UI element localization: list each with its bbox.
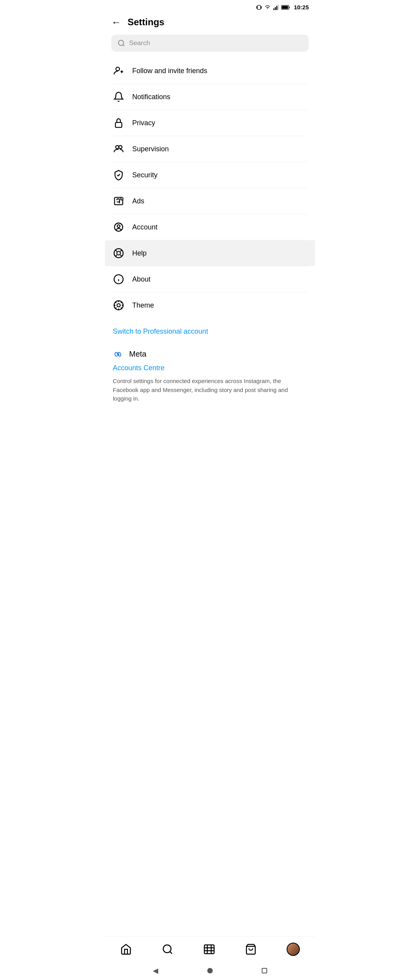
professional-link-container: Switch to Professional account [105, 318, 315, 340]
search-icon [117, 39, 125, 47]
settings-item-label: Theme [132, 301, 154, 310]
settings-item-about[interactable]: About [105, 266, 315, 292]
settings-item-theme[interactable]: Theme [105, 292, 315, 318]
settings-list: Follow and invite friends Notifications … [105, 58, 315, 318]
search-bar[interactable]: Search [111, 35, 309, 52]
svg-rect-4 [275, 7, 276, 10]
settings-item-label: Account [132, 223, 158, 231]
meta-logo-text: Meta [129, 350, 146, 359]
svg-rect-0 [256, 6, 257, 9]
settings-item-privacy[interactable]: Privacy [105, 110, 315, 136]
settings-item-ads[interactable]: Ads [105, 188, 315, 214]
follow-icon [113, 65, 124, 77]
settings-item-help[interactable]: Help [105, 240, 315, 266]
svg-point-16 [117, 225, 120, 228]
shield-icon [113, 169, 124, 181]
svg-point-27 [117, 304, 120, 307]
svg-point-10 [116, 67, 119, 71]
status-bar: 10:25 [105, 0, 315, 13]
info-icon [113, 273, 124, 285]
meta-section: Meta Accounts Centre Control settings fo… [105, 340, 315, 411]
settings-item-account[interactable]: Account [105, 214, 315, 240]
svg-rect-11 [116, 122, 122, 128]
settings-item-label: Supervision [132, 145, 169, 153]
lock-icon [113, 117, 124, 129]
settings-item-supervision[interactable]: Supervision [105, 136, 315, 162]
settings-item-label: Security [132, 171, 158, 179]
help-icon [113, 247, 124, 259]
meta-description: Control settings for connected experienc… [113, 377, 307, 403]
svg-line-19 [116, 250, 117, 252]
svg-rect-3 [273, 8, 274, 10]
svg-rect-6 [278, 4, 279, 10]
settings-item-security[interactable]: Security [105, 162, 315, 188]
svg-rect-5 [276, 6, 277, 10]
accounts-centre-link[interactable]: Accounts Centre [113, 364, 307, 372]
svg-point-12 [116, 145, 119, 149]
status-icons: 10:25 [256, 4, 309, 10]
settings-item-label: Follow and invite friends [132, 67, 207, 75]
meta-logo-row: Meta [113, 350, 307, 359]
svg-rect-8 [282, 6, 288, 9]
ads-icon [113, 195, 124, 207]
professional-link[interactable]: Switch to Professional account [113, 327, 208, 335]
settings-item-label: About [132, 275, 150, 284]
svg-point-13 [119, 145, 122, 149]
svg-line-21 [120, 250, 122, 252]
search-container: Search [105, 35, 315, 58]
svg-line-20 [120, 255, 122, 256]
settings-item-label: Notifications [132, 93, 170, 101]
svg-point-18 [117, 251, 120, 255]
bell-icon [113, 91, 124, 103]
svg-line-22 [116, 255, 117, 256]
svg-rect-1 [261, 6, 261, 9]
search-placeholder: Search [129, 39, 150, 47]
settings-item-label: Help [132, 249, 147, 257]
back-button[interactable]: ← [111, 17, 121, 27]
settings-item-notifications[interactable]: Notifications [105, 84, 315, 110]
account-icon [113, 221, 124, 233]
page-title: Settings [128, 17, 164, 28]
theme-icon [113, 299, 124, 311]
supervision-icon [113, 143, 124, 155]
meta-logo-icon [113, 350, 125, 358]
header: ← Settings [105, 13, 315, 35]
settings-item-label: Ads [132, 197, 144, 205]
svg-point-9 [119, 40, 124, 46]
settings-item-label: Privacy [132, 119, 155, 127]
settings-item-follow-friends[interactable]: Follow and invite friends [105, 58, 315, 84]
status-time: 10:25 [294, 4, 309, 10]
svg-rect-2 [257, 5, 261, 9]
